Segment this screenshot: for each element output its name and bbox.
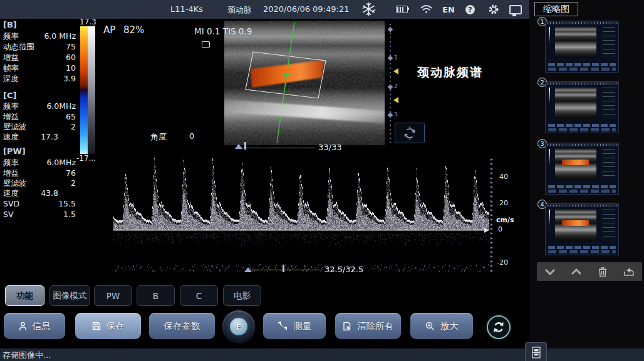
thumbnail-panel-title: 缩略图 [534, 2, 578, 16]
delete-thumbnail-button[interactable] [593, 264, 612, 279]
ruler-dot [390, 28, 391, 29]
save-button-label: 保存 [106, 320, 125, 332]
ruler-dot [390, 50, 391, 51]
measure-button-label: 测量 [294, 320, 312, 332]
grayscale-bar [88, 26, 95, 154]
language-toggle[interactable]: EN [442, 5, 455, 14]
axis-tick [491, 163, 493, 165]
ruler-dot [390, 63, 391, 64]
ruler-dot [390, 41, 391, 43]
ruler-dot [390, 46, 391, 47]
ultrasound-screen: L11-4Ks 颈动脉 2020/06/06 09:49:21 EN ? [0, 0, 644, 361]
exam-preset[interactable]: 颈动脉 [227, 4, 252, 16]
axis-tick [491, 251, 493, 253]
save-params-label: 保存参数 [164, 320, 200, 332]
scroll-up-button[interactable] [567, 264, 586, 279]
focus-marker-icon[interactable] [393, 68, 398, 74]
axis-tick [491, 255, 493, 258]
axis-tick [491, 200, 493, 203]
axis-tick [491, 223, 493, 226]
gear-icon[interactable] [488, 4, 499, 18]
focus-marker-icon[interactable] [393, 97, 398, 103]
mi-tis-label: MI 0.1 TIS 0.9 [194, 26, 252, 36]
tab-cine[interactable]: 电影 [223, 285, 261, 306]
axis-tick [491, 191, 493, 193]
doppler-colorbar [80, 26, 88, 154]
monitor-icon[interactable] [509, 5, 522, 14]
axis-tick-label: 20 [499, 199, 508, 207]
roi-indicator-icon [202, 41, 210, 48]
cine-clip-button[interactable] [525, 342, 547, 361]
param-row: 频率6.0MHz [3, 158, 76, 168]
param-row: 壁滤波2 [3, 122, 76, 133]
thumbnail-3[interactable]: 3 [545, 143, 619, 195]
axis-tick [491, 237, 493, 240]
param-row: SVD15.5 [3, 199, 76, 208]
tab-b[interactable]: B [137, 285, 175, 306]
velocity-axis-ticks [491, 158, 494, 272]
tab-c[interactable]: C [180, 285, 218, 306]
clear-all-button[interactable]: 清除所有 [335, 313, 401, 339]
zoom-button[interactable]: 放大 [410, 313, 473, 339]
param-row: SV1.5 [3, 210, 76, 219]
clear-all-label: 清除所有 [357, 320, 393, 332]
ruler-dot [390, 54, 391, 56]
thumbnail-2[interactable]: 2 [545, 81, 619, 133]
acoustic-power-value: 82% [123, 24, 144, 36]
ruler-dot [390, 85, 391, 86]
param-row: 帧率10 [3, 63, 76, 74]
probe-name[interactable]: L11-4Ks [170, 4, 203, 14]
tab-function[interactable]: 功能 [5, 285, 44, 306]
exam-annotation: 颈动脉频谱 [417, 64, 483, 81]
export-thumbnail-button[interactable] [620, 264, 638, 279]
angle-label: 角度 [150, 131, 167, 143]
thumbnail-4[interactable]: 4 [545, 203, 619, 255]
angle-value: 0 [189, 131, 194, 141]
ruler-number: 2 [394, 83, 398, 89]
save-button[interactable]: 保存 [75, 313, 141, 339]
f-knob[interactable]: F [222, 310, 255, 343]
axis-tick [491, 158, 493, 161]
top-bar: L11-4Ks 颈动脉 2020/06/06 09:49:21 EN ? [0, 0, 529, 19]
ruler-dot [390, 98, 391, 99]
axis-tick-label: 0 [498, 225, 502, 233]
ruler-dot [390, 107, 391, 108]
axis-tick [491, 242, 493, 244]
param-row: 动态范围75 [3, 42, 76, 53]
scroll-down-button[interactable] [541, 264, 559, 279]
measure-button[interactable]: 测量 [263, 313, 326, 339]
axis-tick [491, 195, 493, 198]
ruler-dot [390, 68, 391, 69]
acoustic-power-label: AP [103, 24, 115, 36]
tab-pw[interactable]: PW [94, 285, 132, 306]
param-row: 速度43.8 [3, 188, 76, 199]
axis-tick [491, 177, 493, 180]
save-icon [92, 322, 101, 330]
b-mode-image[interactable] [224, 21, 385, 145]
update-refresh-button[interactable] [487, 315, 511, 339]
tab-image-mode[interactable]: 图像模式 [49, 285, 90, 306]
save-params-button[interactable]: 保存参数 [149, 313, 215, 339]
axis-tick [491, 265, 493, 267]
help-icon[interactable]: ? [465, 5, 475, 14]
ruler-dot [390, 120, 391, 121]
axis-tick [491, 270, 493, 272]
ruler-dot [390, 94, 391, 95]
status-message: 存储图像中... [3, 350, 51, 361]
status-bar: 存储图像中... [0, 348, 644, 361]
ruler-dot [390, 111, 391, 113]
freeze-snowflake-icon[interactable] [361, 2, 376, 19]
ruler-number: 1 [394, 54, 398, 61]
c-mode-header: [C] [3, 91, 16, 100]
axis-tick [491, 186, 493, 188]
zoom-button-label: 放大 [440, 320, 459, 332]
steer-rotate-button[interactable] [395, 123, 425, 143]
ruler-dot [390, 133, 391, 135]
param-row: 壁滤波2 [3, 178, 76, 189]
caliper-icon [278, 321, 288, 331]
battery-icon [396, 6, 408, 13]
info-button[interactable]: 信息 [4, 313, 65, 339]
axis-tick [491, 172, 493, 175]
axis-tick-label: -20 [497, 258, 508, 267]
thumbnail-1[interactable]: 1 [545, 21, 619, 73]
